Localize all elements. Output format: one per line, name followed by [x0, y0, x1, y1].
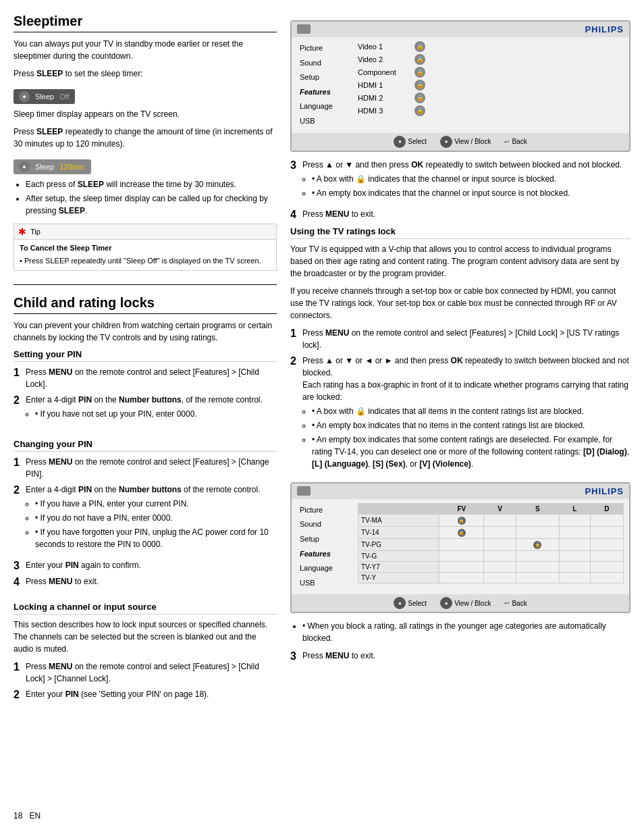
- sleep-bullet-2: After setup, the sleep timer display can…: [26, 192, 277, 217]
- philips-logo: PHILIPS: [585, 24, 624, 34]
- ratings-tv14-l: [559, 526, 590, 538]
- right-step3: 3 Press ▲ or ▼ and then press OK repeate…: [290, 159, 630, 205]
- ratings-menu-usb: USB: [297, 576, 358, 591]
- menu-hdmi3: HDMI 3 🔒: [358, 105, 624, 116]
- menu-item-features: Features: [297, 85, 358, 100]
- menu-hdmi1: HDMI 1 🔒: [358, 80, 624, 90]
- ratings-row-tvg: TV-G: [358, 550, 624, 561]
- ratings-tvy7-fv: [439, 561, 484, 572]
- ratings-label-tvma: TV-MA: [358, 514, 439, 526]
- ratings-menu-setup: Setup: [297, 532, 358, 547]
- locking-channel-steps: 1 Press MENU on the remote control and s…: [14, 660, 277, 701]
- locking-channel-step1: 1 Press MENU on the remote control and s…: [14, 660, 277, 685]
- ratings-col-fv: FV: [439, 503, 484, 514]
- tip-label: Tip: [30, 228, 41, 236]
- changing-pin-step4: 4 Press MENU to exit.: [14, 575, 277, 588]
- ratings-tvg-v: [484, 550, 516, 561]
- lock-icon-tvma: 🔒: [458, 517, 466, 525]
- section-divider: [14, 284, 277, 285]
- ratings-tvpg-d: [590, 538, 623, 550]
- ratings-tvy-v: [484, 572, 516, 583]
- setting-pin-step1: 1 Press MENU on the remote control and s…: [14, 366, 277, 390]
- ratings-tvy-fv: [439, 572, 484, 583]
- ratings-menu-language: Language: [297, 561, 358, 576]
- menu-component: Component 🔒: [358, 67, 624, 78]
- sleeptimer-section: Sleeptimer You can always put your TV in…: [14, 14, 277, 271]
- setting-pin-step2: 2 Enter a 4-digit PIN on the Number butt…: [14, 394, 277, 425]
- menu-item-setup: Setup: [297, 70, 358, 85]
- ratings-tvpg-v: [484, 538, 516, 550]
- left-column: Sleeptimer You can always put your TV in…: [14, 14, 277, 820]
- changing-pin-step1: 1 Press MENU on the remote control and s…: [14, 456, 277, 480]
- ratings-row-tv14: TV-14 🔒: [358, 526, 624, 538]
- tv-ratings-steps: 1 Press MENU on the remote control and s…: [290, 327, 630, 475]
- ratings-col-s: S: [516, 503, 559, 514]
- locking-channel-step2: 2 Enter your PIN (see 'Setting your PIN'…: [14, 688, 277, 701]
- changing-pin-title: Changing your PIN: [14, 439, 277, 452]
- view-block-btn: ● View / Block: [440, 136, 491, 148]
- ratings-menu-sound: Sound: [297, 517, 358, 532]
- back-arrow-icon: ↩: [504, 138, 510, 145]
- tv-ratings-section: Using the TV ratings lock Your TV is equ…: [290, 226, 630, 663]
- ratings-tv14-fv: 🔒: [439, 526, 484, 538]
- ratings-tvg-d: [590, 550, 623, 561]
- circle-btn-select: ●: [394, 136, 406, 148]
- menu-video1: Video 1 🔒: [358, 41, 624, 52]
- lock-icon-hdmi3: 🔒: [414, 105, 425, 116]
- tv-ratings-step3: 3 Press MENU to exit.: [290, 650, 630, 662]
- tv-menu-right: Video 1 🔒 Video 2 🔒 Component 🔒 HDMI 1 🔒: [358, 41, 624, 129]
- ratings-back-btn: ↩ Back: [504, 600, 527, 607]
- tv-ratings-menu-body: Picture Sound Setup Features Language US…: [292, 499, 629, 595]
- sleeptimer-intro: You can always put your TV in standby mo…: [14, 38, 277, 62]
- menu-video2: Video 2 🔒: [358, 54, 624, 65]
- tv-ratings-menu-left: Picture Sound Setup Features Language US…: [297, 503, 358, 591]
- sleeptimer-press-sleep: Press SLEEP to set the sleep timer:: [14, 68, 277, 80]
- tv-ratings-step3-list: 3 Press MENU to exit.: [290, 650, 630, 662]
- tv-menu-body: Picture Sound Setup Features Language US…: [292, 37, 629, 133]
- ratings-select-btn: ● Select: [394, 597, 427, 609]
- setting-pin-title: Setting your PIN: [14, 349, 277, 362]
- locking-channel-title: Locking a channel or input source: [14, 602, 277, 615]
- ratings-tvma-s: [516, 514, 559, 526]
- ratings-tvpg-fv: [439, 538, 484, 550]
- ratings-label-tvpg: TV-PG: [358, 538, 439, 550]
- changing-pin-step2: 2 Enter a 4-digit PIN on the Number butt…: [14, 484, 277, 556]
- ratings-tvma-fv: 🔒: [439, 514, 484, 526]
- ratings-tvpg-s: 🔒: [516, 538, 559, 550]
- ratings-table-container: FV V S L D TV-MA 🔒: [358, 503, 624, 591]
- ratings-tv14-v: [484, 526, 516, 538]
- ratings-tvg-s: [516, 550, 559, 561]
- tip-box: ✱ Tip To Cancel the Sleep Timer • Press …: [14, 224, 277, 271]
- ratings-menu-features: Features: [297, 547, 358, 562]
- ratings-tvg-l: [559, 550, 590, 561]
- tip-star-icon: ✱: [18, 226, 26, 237]
- tv-channel-lock-menu: PHILIPS Picture Sound Setup Features Lan…: [290, 20, 630, 152]
- tv-menu-header: PHILIPS: [292, 22, 629, 37]
- ratings-row-tvma: TV-MA 🔒: [358, 514, 624, 526]
- page: Sleeptimer You can always put your TV in…: [0, 0, 644, 834]
- sleep-label-2: Sleep: [35, 163, 54, 171]
- back-arrow-icon-2: ↩: [504, 600, 510, 606]
- ratings-col-l: L: [559, 503, 590, 514]
- tv-menu-left: Picture Sound Setup Features Language US…: [297, 41, 358, 129]
- circle-btn-view: ●: [440, 136, 452, 148]
- right-column: PHILIPS Picture Sound Setup Features Lan…: [290, 14, 630, 820]
- changing-pin-section: Changing your PIN 1 Press MENU on the re…: [14, 439, 277, 588]
- tip-header: ✱ Tip: [14, 224, 276, 240]
- sleep-press-again: Press SLEEP repeatedly to change the amo…: [14, 126, 277, 150]
- ratings-tvy7-v: [484, 561, 516, 572]
- tv-ratings-step1: 1 Press MENU on the remote control and s…: [290, 327, 630, 351]
- circle-btn-ratings-select: ●: [394, 597, 406, 609]
- select-btn: ● Select: [394, 136, 427, 148]
- ratings-row-tvpg: TV-PG 🔒: [358, 538, 624, 550]
- tv-ratings-para1: Your TV is equipped with a V-chip that a…: [290, 243, 630, 280]
- ratings-view-block-btn: ● View / Block: [440, 597, 491, 609]
- sleep-bullet-1: Each press of SLEEP will increase the ti…: [26, 178, 277, 190]
- tip-body: To Cancel the Sleep Timer • Press SLEEP …: [14, 240, 276, 270]
- tv-menu-footer: ● Select ● View / Block ↩ Back: [292, 133, 629, 151]
- tip-content: • Press SLEEP repeatedly until "Sleep Of…: [20, 255, 271, 267]
- locking-channel-intro: This section describes how to lock input…: [14, 619, 277, 655]
- ratings-label-tv14: TV-14: [358, 526, 439, 538]
- lock-icon-video1: 🔒: [414, 41, 425, 52]
- channel-lock-steps-right: 3 Press ▲ or ▼ and then press OK repeate…: [290, 159, 630, 221]
